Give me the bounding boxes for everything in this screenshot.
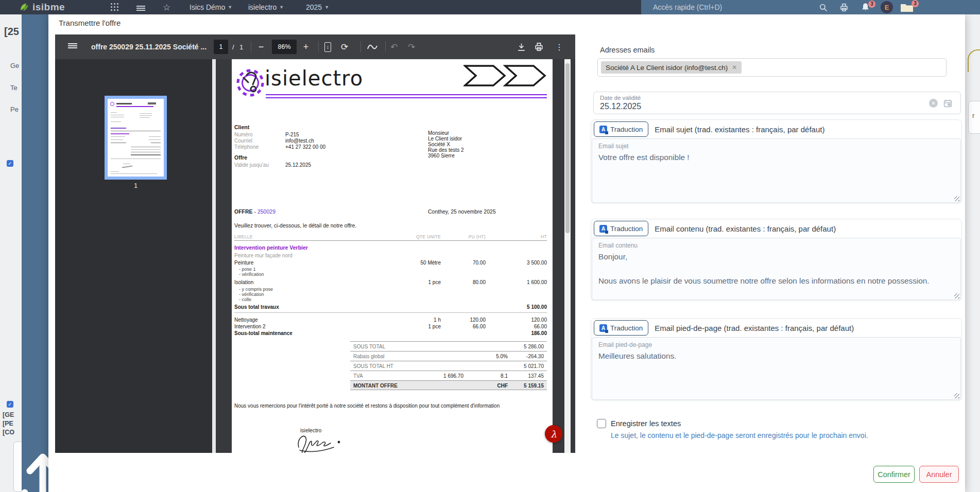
- totals-table: SOUS TOTAL5 286.00 Rabais global5.0%-264…: [350, 341, 547, 390]
- traduction-button[interactable]: ATraduction: [594, 221, 648, 236]
- apps-grid-icon[interactable]: [111, 0, 119, 14]
- resize-handle[interactable]: [954, 196, 959, 201]
- brand-leaf-icon: [19, 2, 30, 12]
- background-text-fragment: [PE: [3, 420, 13, 427]
- resize-handle[interactable]: [954, 393, 959, 398]
- date-clear-icon[interactable]: ✕: [929, 99, 938, 108]
- recipient-line: Rue des tests 2: [428, 147, 463, 153]
- chip-remove-icon[interactable]: ✕: [732, 64, 737, 71]
- menu-year-label: 2025: [306, 3, 322, 11]
- pdf-thumbnail-panel: 1: [55, 59, 216, 453]
- traduction-button[interactable]: ATraduction: [594, 121, 648, 137]
- pdf-toolbar: offre 250029 25.11.2025 Société ... 1 / …: [55, 34, 575, 59]
- table-group-title: Intervention peinture Verbier: [234, 244, 308, 251]
- save-texts-checkbox[interactable]: [597, 419, 606, 428]
- background-text-fragment: [CO: [3, 429, 14, 436]
- date-label: Date de validité: [600, 95, 641, 101]
- client-row-value: info@test.ch: [285, 138, 314, 144]
- emails-label: Adresses emails: [600, 46, 655, 54]
- background-chart-fragment: [968, 49, 980, 72]
- offer-word: OFFRE: [234, 208, 253, 215]
- email-subject-textarea[interactable]: Email sujet Votre offre est disponible !: [592, 138, 961, 203]
- email-body-textarea[interactable]: Email contenu Bonjour, Nous avons le pla…: [592, 238, 961, 300]
- undo-icon[interactable]: ↶: [390, 34, 398, 59]
- rotate-icon[interactable]: ⟳: [341, 34, 348, 59]
- download-icon[interactable]: [517, 34, 526, 59]
- star-icon[interactable]: ☆: [163, 0, 170, 14]
- zoom-level[interactable]: 86%: [272, 40, 297, 54]
- subtotal-label: Sous-total maintenance: [234, 330, 293, 336]
- menu-company-label: Isics Démo: [190, 3, 225, 11]
- pdf-scrollbar-thumb[interactable]: [565, 63, 570, 233]
- fit-page-icon[interactable]: ↕: [324, 34, 331, 59]
- zoom-out-button[interactable]: −: [256, 34, 266, 59]
- app-logo[interactable]: isibme: [19, 0, 65, 14]
- validity-date-field[interactable]: Date de validité 25.12.2025 ✕: [593, 92, 961, 114]
- quick-access-search-input[interactable]: Accès rapide (Ctrl+D): [653, 0, 722, 14]
- chevron-down-icon: ▼: [279, 5, 284, 10]
- background-text-fragment: Te: [10, 84, 18, 92]
- valid-until-label: Valide jusqu'au: [234, 162, 269, 168]
- chevron-down-icon: ▼: [324, 5, 329, 10]
- zoom-in-button[interactable]: +: [301, 34, 311, 59]
- menu-company[interactable]: Isics Démo▼: [190, 0, 232, 14]
- recipient-line: Le Client isidor: [428, 136, 462, 142]
- print-icon[interactable]: [534, 34, 544, 59]
- menu-entity[interactable]: isielectro▼: [248, 0, 284, 14]
- adobe-acrobat-button[interactable]: λ: [545, 425, 562, 443]
- more-options-icon[interactable]: ⋮: [555, 34, 563, 59]
- traduction-button[interactable]: ATraduction: [594, 320, 648, 336]
- recipient-line: Monsieur: [428, 130, 449, 136]
- redo-icon[interactable]: ↷: [408, 34, 415, 59]
- client-section-title: Client: [234, 124, 249, 130]
- recipient-line: Société X: [428, 142, 450, 147]
- annotate-pen-icon[interactable]: [367, 34, 378, 59]
- overlay-strip: [22, 14, 48, 492]
- pdf-menu-icon[interactable]: [68, 34, 79, 59]
- transmit-offer-dialog: Transmettre l'offre offre 250029 25.11.2…: [48, 14, 965, 492]
- background-text-fragment: Ge: [10, 62, 19, 69]
- resize-handle[interactable]: [954, 293, 959, 298]
- search-icon[interactable]: [819, 0, 828, 14]
- table-row-label: Intervention 2: [234, 324, 266, 329]
- table-header: HT: [495, 234, 547, 239]
- email-footer-section: ATraduction Email pied-de-page (trad. ex…: [591, 318, 962, 401]
- background-text-fragment: [GE: [3, 411, 14, 418]
- translate-icon: A: [599, 126, 607, 133]
- client-row-value: +41 27 322 00 00: [285, 144, 325, 150]
- folder-badge: 3: [912, 0, 919, 7]
- translate-icon: A: [599, 225, 607, 233]
- menu-icon[interactable]: [136, 0, 145, 14]
- menu-year[interactable]: 2025▼: [306, 0, 329, 14]
- menu-entity-label: isielectro: [248, 3, 277, 11]
- avatar[interactable]: E: [881, 0, 893, 14]
- recipient-line: 3960 Sierre: [428, 153, 455, 159]
- calendar-icon[interactable]: [943, 99, 952, 108]
- table-header: LIBELLE: [234, 234, 253, 239]
- background-text-fragment: r: [972, 112, 974, 119]
- section-header: Email sujet (trad. existantes : français…: [655, 125, 824, 134]
- pdf-thumbnail-page-number: 1: [105, 182, 167, 189]
- offer-number-link[interactable]: 250029: [257, 208, 276, 215]
- client-row-label: Courriel: [234, 138, 252, 144]
- pdf-thumbnail[interactable]: [105, 96, 167, 180]
- cancel-button[interactable]: Annuler: [919, 466, 959, 483]
- background-text-fragment: [25: [4, 26, 19, 38]
- table-header: QTE UNITE: [364, 234, 441, 239]
- app-header: isibme ☆ Isics Démo▼ isielectro▼ 2025▼ A…: [0, 0, 980, 14]
- client-row-value: P-215: [285, 132, 299, 137]
- print-icon[interactable]: [839, 0, 849, 14]
- pdf-page-separator: /: [232, 34, 234, 59]
- avatar-initial: E: [881, 1, 893, 13]
- email-chip[interactable]: Société A Le Client isidor (info@test.ch…: [601, 61, 742, 74]
- table-row-label: Nettoyage: [234, 317, 258, 323]
- table-row-label: Peinture: [234, 260, 253, 266]
- save-texts-label: Enregistrer les textes: [611, 419, 681, 428]
- thumbnail-panel-scrollbar[interactable]: [212, 59, 216, 453]
- pdf-page: isielectro Client Numéro P-215 Courriel …: [232, 59, 553, 453]
- pdf-page-input[interactable]: 1: [214, 40, 228, 54]
- pdf-scrollbar[interactable]: [564, 59, 571, 453]
- email-footer-textarea[interactable]: Email pied-de-page Meilleures salutation…: [592, 337, 961, 400]
- email-addresses-input[interactable]: Société A Le Client isidor (info@test.ch…: [597, 58, 947, 77]
- confirm-button[interactable]: Confirmer: [873, 466, 915, 483]
